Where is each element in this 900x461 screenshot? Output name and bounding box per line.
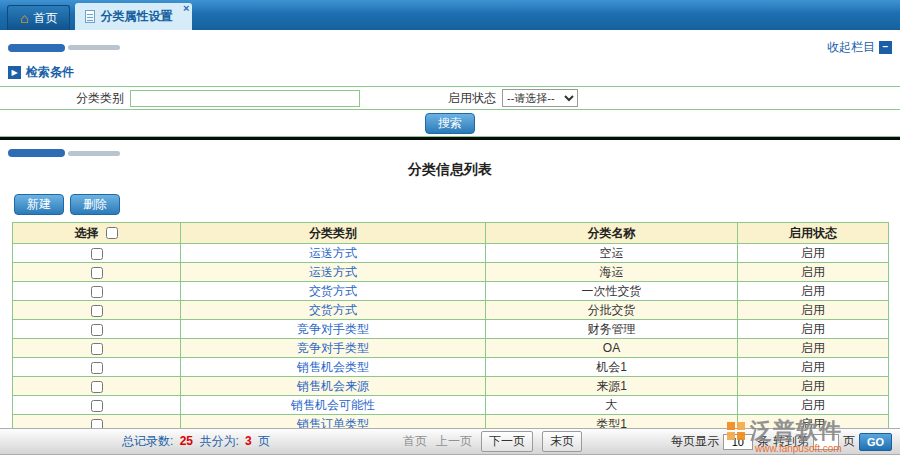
total-pages-unit: 页 — [258, 434, 270, 448]
decoration-bar — [8, 149, 900, 157]
category-name-cell: 来源1 — [486, 377, 738, 396]
list-title: 分类信息列表 — [0, 161, 900, 179]
category-link[interactable]: 竞争对手类型 — [297, 322, 369, 336]
first-page-link[interactable]: 首页 — [403, 433, 427, 450]
category-name-cell: 机会1 — [486, 358, 738, 377]
row-checkbox[interactable] — [91, 381, 103, 393]
row-checkbox[interactable] — [91, 305, 103, 317]
status-cell: 启用 — [738, 396, 889, 415]
table-row: 销售机会可能性 大 启用 — [13, 396, 889, 415]
search-conditions-label: 检索条件 — [26, 64, 74, 81]
category-table: 选择 分类类别 分类名称 启用状态 运送方式 空运 启用 运送方式 海运 启用 — [12, 222, 889, 434]
pagination-bar: 总记录数: 25 共分为: 3 页 首页 上一页 下一页 末页 每页显示 条 转… — [0, 428, 900, 455]
row-checkbox[interactable] — [91, 267, 103, 279]
table-row: 竞争对手类型 OA 启用 — [13, 339, 889, 358]
search-form-row: 分类类别 启用状态 --请选择-- — [0, 86, 900, 110]
status-cell: 启用 — [738, 301, 889, 320]
category-link[interactable]: 竞争对手类型 — [297, 341, 369, 355]
decoration-bar — [8, 44, 120, 52]
table-row: 运送方式 空运 启用 — [13, 244, 889, 263]
category-name-cell: 海运 — [486, 263, 738, 282]
enable-status-select[interactable]: --请选择-- — [502, 89, 578, 107]
page-nav: 首页 上一页 下一页 末页 — [403, 431, 582, 452]
tab-home-label: 首页 — [33, 10, 57, 27]
category-name-cell: 分批交货 — [486, 301, 738, 320]
app-window: ⌂ 首页 分类属性设置 × 收起栏目 − ▶ 检索条件 分类类别 启用状态 --… — [0, 0, 900, 461]
category-name-cell: 空运 — [486, 244, 738, 263]
table-header-row: 选择 分类类别 分类名称 启用状态 — [13, 223, 889, 244]
header-status: 启用状态 — [738, 223, 889, 244]
row-checkbox[interactable] — [91, 286, 103, 298]
category-link[interactable]: 销售机会来源 — [297, 379, 369, 393]
goto-page-unit: 页 — [843, 433, 855, 450]
tab-close-icon[interactable]: × — [183, 3, 189, 14]
collapse-icon: − — [879, 41, 892, 54]
total-pages-value: 3 — [245, 434, 252, 448]
category-name-cell: 一次性交货 — [486, 282, 738, 301]
goto-page-label: 转到第 — [773, 433, 809, 450]
collapse-columns-link[interactable]: 收起栏目 − — [827, 39, 892, 56]
table-row: 交货方式 分批交货 启用 — [13, 301, 889, 320]
status-cell: 启用 — [738, 244, 889, 263]
tab-category-settings-label: 分类属性设置 — [100, 8, 172, 25]
last-page-button[interactable]: 末页 — [542, 431, 582, 452]
status-cell: 启用 — [738, 263, 889, 282]
search-button-row: 搜索 — [0, 110, 900, 137]
category-name-cell: OA — [486, 339, 738, 358]
header-category: 分类类别 — [181, 223, 486, 244]
table-row: 销售机会来源 来源1 启用 — [13, 377, 889, 396]
new-button[interactable]: 新建 — [14, 194, 64, 215]
tab-bar: ⌂ 首页 分类属性设置 × — [0, 0, 900, 30]
row-checkbox[interactable] — [91, 324, 103, 336]
category-link[interactable]: 销售机会可能性 — [291, 398, 375, 412]
table-row: 竞争对手类型 财务管理 启用 — [13, 320, 889, 339]
category-link[interactable]: 销售机会类型 — [297, 360, 369, 374]
search-button[interactable]: 搜索 — [425, 113, 475, 134]
action-buttons-row: 新建 删除 — [14, 194, 900, 215]
category-link[interactable]: 交货方式 — [309, 303, 357, 317]
select-all-checkbox[interactable] — [106, 227, 118, 239]
search-conditions-title: ▶ 检索条件 — [8, 64, 900, 81]
status-cell: 启用 — [738, 377, 889, 396]
category-link[interactable]: 交货方式 — [309, 284, 357, 298]
content-header-row: 收起栏目 − — [8, 39, 892, 56]
category-link[interactable]: 运送方式 — [309, 246, 357, 260]
section-arrow-icon: ▶ — [8, 66, 21, 79]
goto-page-input[interactable] — [813, 434, 839, 450]
category-name-cell: 大 — [486, 396, 738, 415]
per-page-unit: 条 — [757, 433, 769, 450]
status-cell: 启用 — [738, 282, 889, 301]
row-checkbox[interactable] — [91, 343, 103, 355]
total-pages-label: 共分为: — [199, 434, 238, 448]
category-link[interactable]: 运送方式 — [309, 265, 357, 279]
row-checkbox[interactable] — [91, 248, 103, 260]
table-row: 销售机会类型 机会1 启用 — [13, 358, 889, 377]
row-checkbox[interactable] — [91, 362, 103, 374]
per-page-label: 每页显示 — [671, 433, 719, 450]
header-name: 分类名称 — [486, 223, 738, 244]
section-divider — [0, 137, 900, 140]
total-records-label: 总记录数: — [122, 434, 173, 448]
tab-category-settings[interactable]: 分类属性设置 × — [75, 3, 192, 30]
category-name-cell: 财务管理 — [486, 320, 738, 339]
per-page-input[interactable] — [723, 434, 753, 450]
delete-button[interactable]: 删除 — [70, 194, 120, 215]
status-cell: 启用 — [738, 320, 889, 339]
page-size-controls: 每页显示 条 转到第 页 GO — [671, 433, 892, 451]
next-page-button[interactable]: 下一页 — [481, 431, 533, 452]
category-type-label: 分类类别 — [0, 90, 130, 107]
row-checkbox[interactable] — [91, 400, 103, 412]
header-select: 选择 — [75, 226, 99, 240]
record-summary: 总记录数: 25 共分为: 3 页 — [122, 433, 270, 450]
prev-page-link[interactable]: 上一页 — [436, 433, 472, 450]
status-cell: 启用 — [738, 339, 889, 358]
tab-home[interactable]: ⌂ 首页 — [7, 5, 70, 30]
status-cell: 启用 — [738, 358, 889, 377]
home-icon: ⌂ — [20, 11, 28, 25]
category-type-input[interactable] — [130, 90, 360, 107]
total-records-value: 25 — [180, 434, 193, 448]
collapse-columns-label: 收起栏目 — [827, 39, 875, 56]
table-row: 交货方式 一次性交货 启用 — [13, 282, 889, 301]
document-icon — [85, 10, 95, 23]
go-button[interactable]: GO — [859, 433, 892, 451]
